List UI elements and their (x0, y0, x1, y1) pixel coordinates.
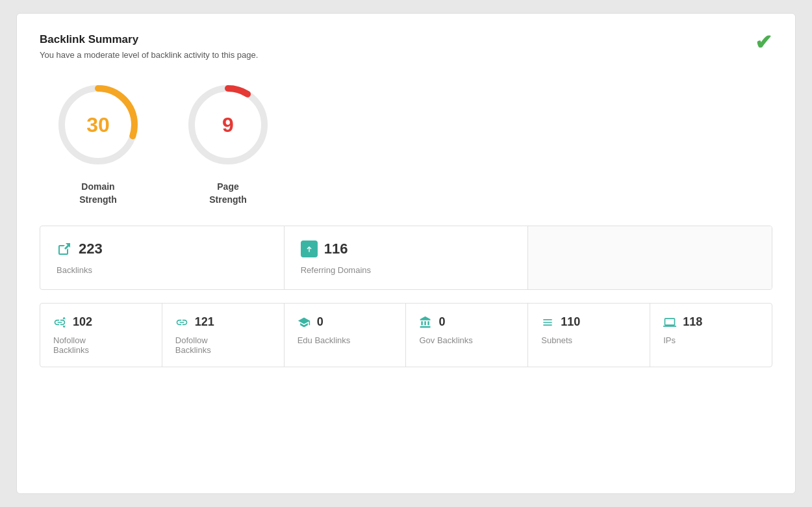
edu-icon (298, 316, 311, 329)
empty-box (528, 226, 772, 289)
referring-top: 116 (301, 240, 512, 257)
page-strength-label: PageStrength (209, 181, 247, 206)
stats-row2: 102 NofollowBacklinks 121 DofollowBackli… (40, 303, 772, 367)
subnets-box[interactable]: 110 Subnets (528, 304, 650, 367)
page-strength-gauge: 9 PageStrength (183, 79, 273, 206)
nofollow-box[interactable]: 102 NofollowBacklinks (40, 304, 162, 367)
page-strength-value: 9 (222, 113, 234, 137)
subnets-top: 110 (541, 315, 637, 329)
gov-icon (419, 316, 432, 329)
dofollow-top: 121 (175, 315, 271, 329)
gauge-section: 30 DomainStrength 9 PageStrength (40, 79, 772, 206)
backlinks-box[interactable]: 223 Backlinks (40, 226, 285, 289)
ips-number: 118 (683, 315, 702, 329)
stats-row1: 223 Backlinks 116 Referring Domains (40, 226, 772, 290)
gov-label: Gov Backlinks (419, 335, 514, 345)
external-link-icon (57, 241, 72, 257)
edu-top: 0 (298, 315, 393, 329)
dofollow-number: 121 (195, 315, 214, 329)
edu-number: 0 (317, 315, 324, 329)
subnets-label: Subnets (541, 335, 637, 345)
ips-box[interactable]: 118 IPs (650, 304, 772, 367)
nofollow-top: 102 (53, 315, 149, 329)
gov-number: 0 (438, 315, 445, 329)
nofollow-number: 102 (73, 315, 92, 329)
backlinks-label: Backlinks (57, 265, 268, 275)
referring-domains-box[interactable]: 116 Referring Domains (285, 226, 529, 289)
domain-strength-chart: 30 (53, 79, 144, 170)
card-title: Backlink Summary (40, 33, 772, 46)
card-subtitle: You have a moderate level of backlink ac… (40, 50, 772, 60)
referring-label: Referring Domains (301, 265, 512, 275)
backlink-summary-card: Backlink Summary You have a moderate lev… (16, 13, 796, 494)
dofollow-icon (175, 316, 188, 329)
domain-strength-value: 30 (86, 113, 110, 137)
check-icon: ✔ (755, 30, 772, 55)
nofollow-icon (53, 316, 66, 329)
domain-strength-gauge: 30 DomainStrength (53, 79, 144, 206)
backlinks-number: 223 (79, 240, 103, 257)
edu-box[interactable]: 0 Edu Backlinks (285, 304, 407, 367)
domain-strength-label: DomainStrength (79, 181, 117, 206)
dofollow-box[interactable]: 121 DofollowBacklinks (162, 304, 285, 367)
ips-top: 118 (663, 315, 759, 329)
edu-label: Edu Backlinks (298, 335, 393, 345)
ips-icon (663, 316, 676, 329)
gov-box[interactable]: 0 Gov Backlinks (406, 304, 528, 367)
subnets-icon (541, 316, 554, 329)
arrow-up-box-icon (301, 240, 318, 257)
ips-label: IPs (663, 335, 759, 345)
dofollow-label: DofollowBacklinks (175, 335, 271, 355)
gov-top: 0 (419, 315, 514, 329)
subnets-number: 110 (561, 315, 580, 329)
backlinks-top: 223 (57, 240, 268, 257)
page-strength-chart: 9 (183, 79, 273, 170)
referring-number: 116 (324, 240, 348, 257)
nofollow-label: NofollowBacklinks (53, 335, 149, 355)
